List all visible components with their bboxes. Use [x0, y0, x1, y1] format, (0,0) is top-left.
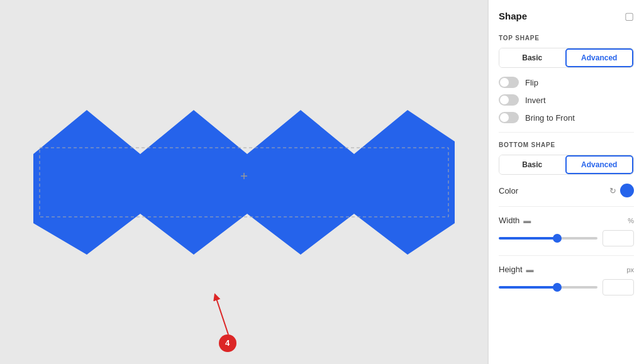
- bottom-shape-label: BOTTOM SHAPE: [499, 141, 634, 148]
- color-actions: ↻: [609, 184, 634, 197]
- height-slider-row: [499, 279, 634, 295]
- height-row: Height ▬ px: [499, 265, 634, 274]
- invert-toggle-row: Invert: [499, 94, 634, 106]
- canvas-area: 4: [0, 0, 487, 364]
- panel-icon: ▢: [625, 10, 634, 22]
- height-monitor-icon: ▬: [526, 265, 534, 274]
- top-tab-advanced[interactable]: Advanced: [565, 48, 634, 67]
- flip-toggle[interactable]: [499, 77, 519, 88]
- shape-canvas: [33, 72, 455, 292]
- height-unit: px: [626, 266, 634, 273]
- svg-line-6: [216, 297, 228, 334]
- width-label: Width ▬: [499, 216, 531, 225]
- color-label: Color: [499, 186, 518, 196]
- bring-front-toggle-row: Bring to Front: [499, 112, 634, 123]
- color-reset-icon[interactable]: ↻: [609, 186, 616, 196]
- flip-label: Flip: [525, 78, 538, 87]
- bottom-tab-advanced[interactable]: Advanced: [565, 155, 634, 174]
- canvas-container: 4: [33, 72, 455, 292]
- bring-front-label: Bring to Front: [525, 113, 575, 123]
- bottom-tab-group: Basic Advanced: [499, 155, 634, 175]
- width-input[interactable]: [602, 230, 634, 246]
- width-monitor-icon: ▬: [523, 216, 531, 225]
- height-label: Height ▬: [499, 265, 534, 274]
- width-slider-row: [499, 230, 634, 246]
- color-picker[interactable]: [620, 184, 634, 197]
- invert-toggle[interactable]: [499, 94, 519, 106]
- annotation-badge: 4: [219, 334, 236, 352]
- height-input[interactable]: [602, 279, 634, 295]
- panel-header: Shape ▢: [499, 10, 634, 22]
- divider-1: [499, 132, 634, 133]
- width-unit: %: [628, 217, 634, 224]
- top-tab-group: Basic Advanced: [499, 48, 634, 68]
- right-panel: Shape ▢ TOP SHAPE Basic Advanced Flip In…: [488, 0, 644, 364]
- top-shape-label: TOP SHAPE: [499, 35, 634, 41]
- panel-title: Shape: [499, 11, 527, 21]
- divider-2: [499, 206, 634, 207]
- height-slider[interactable]: [499, 286, 597, 289]
- invert-label: Invert: [525, 96, 546, 105]
- bring-front-toggle[interactable]: [499, 112, 519, 123]
- top-tab-basic[interactable]: Basic: [499, 48, 565, 67]
- flip-toggle-row: Flip: [499, 77, 634, 88]
- width-slider[interactable]: [499, 237, 597, 240]
- bottom-tab-basic[interactable]: Basic: [499, 155, 565, 174]
- width-row: Width ▬ %: [499, 216, 634, 225]
- color-row: Color ↻: [499, 184, 634, 197]
- divider-3: [499, 255, 634, 256]
